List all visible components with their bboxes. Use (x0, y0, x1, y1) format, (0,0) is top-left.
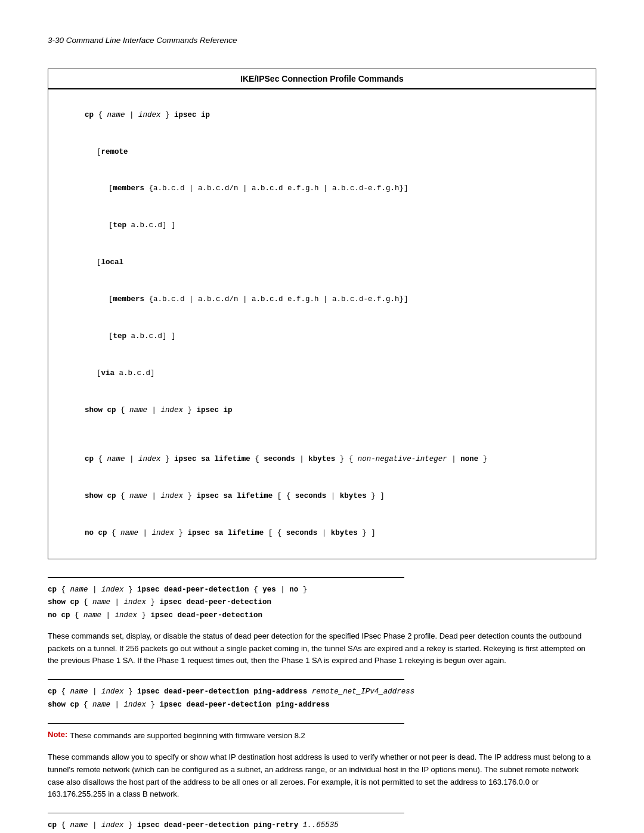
cmd-row-4: [tep a.b.c.d] ] (58, 208, 586, 244)
note-block-1: Note: These commands are supported begin… (48, 730, 596, 742)
s1-cmd-2: show cp { name | index } ipsec dead-peer… (48, 596, 596, 609)
section3-commands: cp { name | index } ipsec dead-peer-dete… (48, 819, 596, 833)
divider-1 (48, 577, 404, 578)
command-box-content: cp { name | index } ipsec ip [remote [me… (48, 89, 596, 559)
note-label-1: Note: (48, 730, 67, 739)
s1-cmd-1: cp { name | index } ipsec dead-peer-dete… (48, 584, 596, 596)
cmd-row-1: cp { name | index } ipsec ip (58, 97, 586, 134)
divider-3 (48, 723, 404, 724)
s2-cmd-1: cp { name | index } ipsec dead-peer-dete… (48, 686, 596, 698)
section1-body: These commands set, display, or disable … (48, 630, 596, 667)
divider-2 (48, 679, 404, 680)
cmd-row-9: show cp { name | index } ipsec ip (58, 392, 586, 429)
note-text-1: These commands are supported beginning w… (70, 730, 305, 742)
cmd-row-7: [tep a.b.c.d] ] (58, 318, 586, 355)
section1-commands: cp { name | index } ipsec dead-peer-dete… (48, 584, 596, 622)
command-box-title: IKE/IPSec Connection Profile Commands (48, 69, 596, 89)
cmd-row-8: [via a.b.c.d] (58, 355, 586, 392)
page-header: 3-30 Command Line Interface Commands Ref… (48, 36, 596, 45)
cmd-row-3: [members {a.b.c.d | a.b.c.d/n | a.b.c.d … (58, 171, 586, 208)
section2-body: These commands allow you to specify or s… (48, 751, 596, 801)
section2-commands: cp { name | index } ipsec dead-peer-dete… (48, 686, 596, 711)
command-box: IKE/IPSec Connection Profile Commands cp… (48, 69, 596, 559)
cmd-row-5: [local (58, 244, 586, 281)
cmd-row-12: no cp { name | index } ipsec sa lifetime… (58, 515, 586, 552)
s2-cmd-2: show cp { name | index } ipsec dead-peer… (48, 699, 596, 711)
s1-cmd-3: no cp { name | index } ipsec dead-peer-d… (48, 609, 596, 622)
s3-cmd-1: cp { name | index } ipsec dead-peer-dete… (48, 819, 596, 832)
cmd-row-6: [members {a.b.c.d | a.b.c.d/n | a.b.c.d … (58, 281, 586, 318)
cmd-row-10: cp { name | index } ipsec sa lifetime { … (58, 441, 586, 478)
divider-4 (48, 813, 404, 813)
cmd-row-2: [remote (58, 134, 586, 171)
cmd-row-11: show cp { name | index } ipsec sa lifeti… (58, 478, 586, 515)
